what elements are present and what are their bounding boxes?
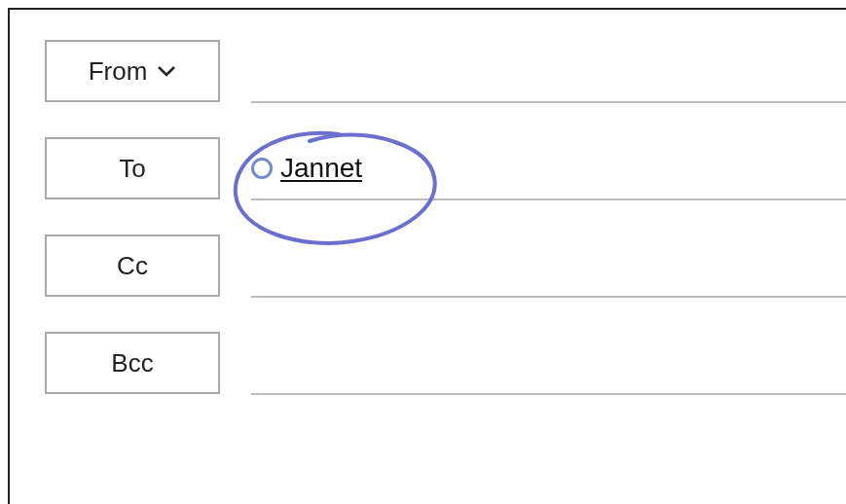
bcc-button[interactable]: Bcc xyxy=(45,332,220,394)
cc-input-line[interactable] xyxy=(251,296,846,298)
from-label: From xyxy=(89,56,148,87)
to-row: To Jannet xyxy=(45,134,846,202)
bcc-row: Bcc xyxy=(45,329,846,397)
to-button[interactable]: To xyxy=(45,137,220,199)
to-label: To xyxy=(119,154,145,184)
cc-label: Cc xyxy=(117,251,148,281)
presence-circle-icon xyxy=(251,158,273,179)
to-input-line xyxy=(251,198,846,200)
bcc-input-line[interactable] xyxy=(251,393,846,395)
bcc-label: Bcc xyxy=(111,348,153,378)
chevron-down-icon xyxy=(157,64,176,78)
cc-row: Cc xyxy=(45,232,846,300)
to-input-area[interactable]: Jannet xyxy=(251,134,846,202)
recipient-chip[interactable]: Jannet xyxy=(251,153,362,184)
recipient-name: Jannet xyxy=(280,153,362,184)
cc-button[interactable]: Cc xyxy=(45,234,220,297)
compose-fields: From To Jannet xyxy=(10,10,846,397)
from-row: From xyxy=(45,37,846,105)
from-button[interactable]: From xyxy=(45,40,220,102)
compose-panel: From To Jannet xyxy=(8,8,846,504)
from-input-line[interactable] xyxy=(251,101,846,103)
